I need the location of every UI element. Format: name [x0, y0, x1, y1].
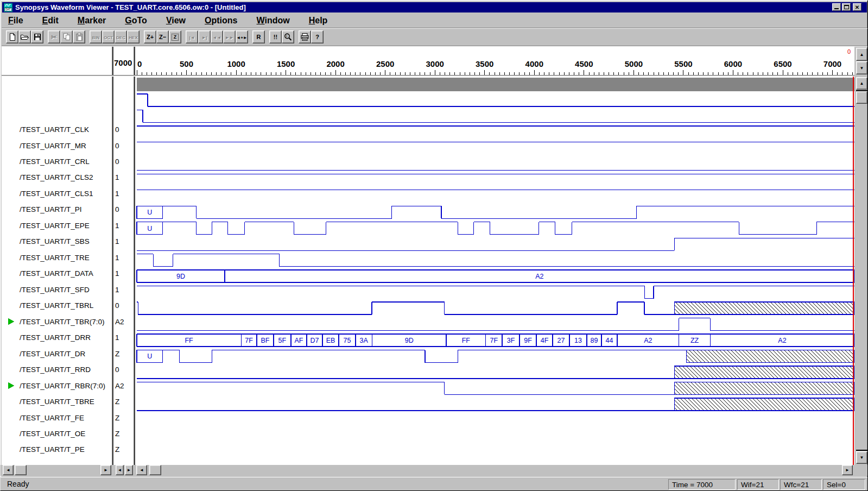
go-last-icon: ►|	[201, 34, 207, 40]
menu-edit[interactable]: Edit	[42, 16, 59, 26]
names-scroll-left-button[interactable]: ◄	[3, 465, 14, 475]
waveform-canvas[interactable]: 0500100015002000250030003500400045005000…	[135, 47, 854, 465]
toolbar: ✂BINOCTDECHEXZ+Z−Z|◄►|◄◄►►◄+►R!!!?	[1, 29, 868, 46]
signal-row[interactable]: /TEST_UART/T_RRD	[2, 362, 112, 377]
signal-value: 1	[113, 186, 134, 202]
redraw-button[interactable]: R	[252, 30, 265, 43]
svg-text:9D: 9D	[176, 273, 185, 280]
svg-text:EB: EB	[326, 337, 335, 344]
svg-text:9F: 9F	[524, 337, 532, 344]
ruler-scroll-down-button[interactable]: ▼	[856, 61, 867, 74]
signal-value: 0	[113, 138, 134, 154]
signal-row[interactable]: /TEST_UART/T_DR	[2, 346, 112, 362]
svg-text:7000: 7000	[823, 59, 841, 68]
signal-row[interactable]: /TEST_UART/T_TBRE	[2, 394, 112, 410]
signal-row[interactable]: /TEST_UART/T_CLK	[2, 122, 112, 137]
menu-marker[interactable]: Marker	[78, 16, 106, 26]
signal-row[interactable]: /TEST_UART/T_DATA	[2, 266, 112, 281]
print-button[interactable]	[299, 30, 311, 43]
signal-row[interactable]: /TEST_UART/T_SBS	[2, 234, 112, 249]
signal-row[interactable]: /TEST_UART/T_CLS2	[2, 169, 112, 185]
signal-row[interactable]: /TEST_UART/T_TBR(7:0)	[2, 314, 112, 330]
menu-goto[interactable]: GoTo	[125, 16, 147, 26]
signal-value: 1	[113, 234, 134, 249]
svg-text:A2: A2	[644, 337, 652, 344]
minimize-button[interactable]	[832, 3, 841, 11]
close-button[interactable]: ✕	[853, 3, 861, 11]
signal-row[interactable]: /TEST_UART/T_PE	[2, 442, 112, 457]
signal-names-panel[interactable]: /TEST_UART/T_CLK/TEST_UART/T_MR/TEST_UAR…	[2, 47, 112, 465]
svg-text:3000: 3000	[426, 59, 444, 68]
help-icon: ?	[315, 34, 319, 40]
signal-row[interactable]: /TEST_UART/T_CLS1	[2, 186, 112, 202]
wave-vertical-scrollbar[interactable]: ▲ ▼	[856, 77, 867, 464]
zoom-in-icon: Z+	[147, 34, 154, 40]
signal-row[interactable]: /TEST_UART/T_SFD	[2, 282, 112, 298]
pan-fit-button[interactable]: ◄+►	[236, 30, 248, 43]
radix-hex-icon: HEX	[129, 34, 137, 40]
signal-row[interactable]: /TEST_UART/T_FE	[2, 410, 112, 426]
names-scroll-thumb[interactable]	[15, 465, 27, 475]
maximize-button[interactable]	[842, 3, 851, 11]
svg-text:3A: 3A	[360, 337, 369, 344]
help-button[interactable]: ?	[311, 30, 324, 43]
trace-steps-button[interactable]: !!	[269, 30, 282, 43]
signal-row[interactable]: /TEST_UART/T_PI	[2, 202, 112, 217]
svg-text:1500: 1500	[277, 59, 295, 68]
signal-value: Z	[113, 394, 134, 410]
menu-window[interactable]: Window	[257, 16, 290, 26]
zoom-out-button[interactable]: Z−	[156, 30, 169, 43]
search-zoom-button[interactable]: !	[282, 30, 294, 43]
wave-scroll-thumb-horizontal[interactable]	[149, 465, 161, 475]
print-icon	[300, 33, 309, 41]
svg-text:75: 75	[344, 337, 351, 344]
svg-text:U: U	[147, 352, 152, 360]
go-first-button: |◄	[186, 30, 198, 43]
zoom-full-button[interactable]: Z	[169, 30, 181, 43]
signal-value: 1	[113, 282, 134, 298]
values-scroll-left-button[interactable]: ◄	[116, 465, 124, 475]
ruler-scrollbar[interactable]: ▲ ▼	[856, 47, 867, 74]
svg-text:U: U	[147, 225, 152, 232]
menu-options[interactable]: Options	[205, 16, 237, 26]
svg-text:2500: 2500	[376, 59, 394, 68]
signal-value: Z	[113, 346, 134, 362]
wave-scroll-right-button[interactable]: ►	[842, 465, 853, 475]
wave-scroll-left-button[interactable]: ◄	[136, 465, 147, 475]
signal-row[interactable]: /TEST_UART/T_DRR	[2, 330, 112, 345]
values-waves-separator[interactable]	[134, 47, 135, 476]
zoom-in-button[interactable]: Z+	[144, 30, 156, 43]
menu-view[interactable]: View	[166, 16, 186, 26]
title-bar[interactable]: DAT Synopsys Waveform Viewer - TEST_UART…	[2, 2, 867, 12]
go-first-icon: |◄	[189, 34, 194, 40]
names-values-separator[interactable]	[112, 47, 113, 476]
wave-scroll-down-button[interactable]: ▼	[856, 451, 867, 464]
radix-dec-button: DEC	[115, 30, 127, 43]
signal-row[interactable]: /TEST_UART/T_EPE	[2, 218, 112, 234]
wave-scroll-up-button[interactable]: ▲	[856, 77, 867, 90]
save-button[interactable]	[31, 30, 43, 43]
signal-row[interactable]: /TEST_UART/T_CRL	[2, 154, 112, 169]
svg-text:7F: 7F	[490, 337, 498, 344]
value-column-time-header: 7000	[114, 58, 132, 67]
signal-row[interactable]: /TEST_UART/T_MR	[2, 138, 112, 154]
marker-arrow-icon	[8, 382, 14, 389]
names-scroll-right-button[interactable]: ►	[100, 465, 111, 475]
svg-text:FF: FF	[185, 337, 193, 344]
values-scroll-right-button[interactable]: ►	[125, 465, 133, 475]
menu-file[interactable]: File	[8, 16, 23, 26]
menu-help[interactable]: Help	[309, 16, 328, 26]
svg-text:5500: 5500	[674, 59, 692, 68]
open-button[interactable]	[18, 30, 31, 43]
signal-row[interactable]: /TEST_UART/T_TRE	[2, 250, 112, 266]
wave-scroll-thumb[interactable]	[856, 91, 867, 104]
new-button[interactable]	[6, 30, 18, 43]
cut-button: ✂	[48, 30, 60, 43]
application-window: DAT Synopsys Waveform Viewer - TEST_UART…	[0, 0, 868, 491]
ruler-scroll-up-button[interactable]: ▲	[856, 48, 867, 61]
signal-row[interactable]: /TEST_UART/T_TBRL	[2, 298, 112, 313]
signal-row[interactable]: /TEST_UART/T_OE	[2, 426, 112, 442]
signal-row[interactable]: /TEST_UART/T_RBR(7:0)	[2, 378, 112, 394]
signal-values-panel[interactable]: 000110111110A21Z0A2ZZZZ	[113, 47, 134, 465]
status-wif-field: Wif=21	[737, 479, 779, 490]
